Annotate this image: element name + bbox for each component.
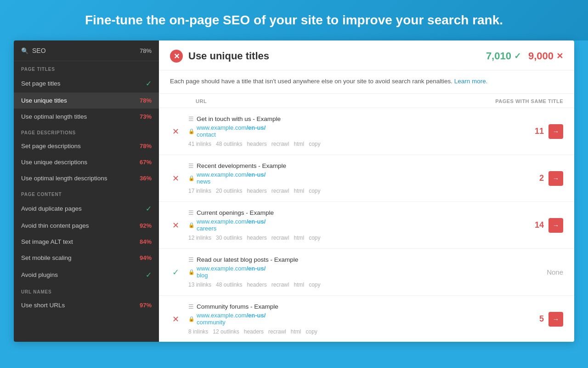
stat-err: 9,000 ✕: [528, 50, 563, 62]
row-url: 🔒 www.example.com/en-us/careers: [188, 218, 523, 232]
row-right: 5 →: [530, 312, 563, 327]
html-link[interactable]: html: [294, 282, 304, 288]
sidebar-item-use-unique-descriptions[interactable]: Use unique descriptions 67%: [14, 154, 159, 170]
row-title: ☰ Current openings - Example: [188, 209, 523, 216]
copy-link[interactable]: copy: [309, 141, 320, 147]
check-icon: ✓: [514, 51, 521, 61]
main-content: ✕ Use unique titles 7,010 ✓ 9,000 ✕ Each…: [159, 40, 574, 342]
inlinks-link[interactable]: 8 inlinks: [188, 328, 208, 335]
copy-link[interactable]: copy: [305, 328, 317, 335]
copy-link[interactable]: copy: [309, 282, 320, 288]
rule-error-icon: ✕: [170, 50, 183, 63]
row-title: ☰ Read our latest blog posts - Example: [188, 256, 539, 263]
row-title: ☰ Community forums - Example: [188, 303, 523, 310]
headers-link[interactable]: headers: [247, 282, 266, 288]
html-link[interactable]: html: [294, 188, 304, 194]
sidebar-search-percent: 78%: [140, 47, 152, 54]
outlinks-link[interactable]: 48 outlinks: [216, 141, 242, 147]
sidebar-item-use-unique-titles[interactable]: Use unique titles 78%: [14, 92, 159, 109]
row-status-icon: ✓: [170, 267, 181, 277]
row-status-icon: ✕: [170, 220, 181, 230]
recrawl-link[interactable]: recrawl: [271, 235, 289, 241]
check-icon: ✓: [146, 79, 152, 88]
headers-link[interactable]: headers: [247, 235, 266, 241]
row-status-icon: ✕: [170, 314, 181, 324]
navigate-button[interactable]: →: [548, 171, 563, 186]
row-url: 🔒 www.example.com/en-us/community: [188, 312, 523, 326]
row-status-icon: ✕: [170, 173, 181, 184]
header-title: Fine-tune the on-page SEO of your site t…: [9, 13, 579, 28]
recrawl-link[interactable]: recrawl: [271, 141, 289, 147]
outlinks-link[interactable]: 48 outlinks: [216, 282, 242, 288]
sidebar-item-avoid-duplicate-pages[interactable]: Avoid duplicate pages ✓: [14, 200, 159, 218]
sidebar-search-label: SEO: [32, 47, 46, 54]
copy-link[interactable]: copy: [309, 188, 320, 194]
sidebar-item-avoid-thin-content-pages[interactable]: Avoid thin content pages 92%: [14, 218, 159, 234]
col-url: URL: [196, 98, 207, 104]
sidebar-item-use-optimal-length-titles[interactable]: Use optimal length titles 73%: [14, 109, 159, 125]
doc-icon: ☰: [188, 162, 194, 169]
row-actions: 13 inlinks 48 outlinks headers recrawl h…: [188, 282, 539, 288]
row-right: 14 →: [530, 218, 563, 233]
table-header: URL PAGES WITH SAME TITLE: [159, 94, 574, 108]
pages-count: 14: [530, 220, 544, 230]
lock-icon: 🔒: [188, 269, 195, 275]
section-label-url-names: URL NAMES: [14, 284, 159, 297]
inlinks-link[interactable]: 17 inlinks: [188, 188, 211, 194]
sidebar-item-use-optimal-length-descriptions[interactable]: Use optimal length descriptions 36%: [14, 170, 159, 186]
sidebar-item-set-mobile-scaling[interactable]: Set mobile scaling 94%: [14, 250, 159, 266]
outlinks-link[interactable]: 20 outlinks: [216, 188, 242, 194]
inlinks-link[interactable]: 41 inlinks: [188, 141, 211, 147]
pages-count: 2: [530, 173, 544, 183]
check-icon: ✓: [146, 270, 152, 279]
sidebar-item-avoid-plugins[interactable]: Avoid plugins ✓: [14, 266, 159, 284]
doc-icon: ☰: [188, 303, 194, 310]
rule-stats: 7,010 ✓ 9,000 ✕: [486, 50, 563, 62]
html-link[interactable]: html: [294, 141, 304, 147]
section-label-page-content: PAGE CONTENT: [14, 186, 159, 200]
recrawl-link[interactable]: recrawl: [271, 282, 289, 288]
sidebar-search: 🔍 SEO 78%: [14, 40, 159, 61]
row-url: 🔒 www.example.com/en-us/blog: [188, 265, 539, 279]
stat-ok-value: 7,010: [486, 50, 511, 62]
col-pages: PAGES WITH SAME TITLE: [495, 98, 563, 104]
inlinks-link[interactable]: 13 inlinks: [188, 282, 211, 288]
x-icon: ✕: [556, 51, 563, 61]
inlinks-link[interactable]: 12 inlinks: [188, 235, 211, 241]
row-actions: 8 inlinks 12 outlinks headers recrawl ht…: [188, 328, 523, 335]
navigate-button[interactable]: →: [548, 312, 563, 327]
headers-link[interactable]: headers: [247, 188, 266, 194]
row-content: ☰ Community forums - Example 🔒 www.examp…: [188, 303, 523, 335]
row-url: 🔒 www.example.com/en-us/contact: [188, 124, 523, 138]
stat-err-value: 9,000: [528, 50, 554, 62]
header-banner: Fine-tune the on-page SEO of your site t…: [0, 0, 588, 40]
outlinks-link[interactable]: 30 outlinks: [216, 235, 242, 241]
row-actions: 17 inlinks 20 outlinks headers recrawl h…: [188, 188, 523, 194]
sidebar-item-set-page-titles[interactable]: Set page titles ✓: [14, 75, 159, 92]
sidebar-item-use-short-urls[interactable]: Use short URLs 97%: [14, 297, 159, 313]
table-row: ✕ ☰ Recent developments - Example 🔒 www.…: [159, 155, 574, 202]
html-link[interactable]: html: [294, 235, 304, 241]
headers-link[interactable]: headers: [244, 328, 264, 335]
copy-link[interactable]: copy: [309, 235, 320, 241]
lock-icon: 🔒: [188, 128, 195, 134]
table-row: ✓ ☰ Read our latest blog posts - Example…: [159, 249, 574, 296]
lock-icon: 🔒: [188, 222, 195, 228]
row-content: ☰ Recent developments - Example 🔒 www.ex…: [188, 162, 523, 194]
navigate-button[interactable]: →: [548, 218, 563, 233]
html-link[interactable]: html: [291, 328, 301, 335]
sidebar-item-set-page-descriptions[interactable]: Set page descriptions 78%: [14, 138, 159, 154]
section-label-page-descriptions: PAGE DESCRIPTIONS: [14, 125, 159, 138]
recrawl-link[interactable]: recrawl: [271, 188, 289, 194]
headers-link[interactable]: headers: [247, 141, 266, 147]
row-title: ☰ Recent developments - Example: [188, 162, 523, 169]
rule-description: Each page should have a title that isn't…: [159, 70, 574, 94]
sidebar-item-set-image-alt-text[interactable]: Set image ALT text 84%: [14, 234, 159, 250]
outlinks-link[interactable]: 12 outlinks: [213, 328, 239, 335]
row-right: 11 →: [530, 124, 563, 139]
row-content: ☰ Read our latest blog posts - Example 🔒…: [188, 256, 539, 288]
learn-more-link[interactable]: Learn more.: [454, 78, 488, 85]
navigate-button[interactable]: →: [548, 124, 563, 139]
recrawl-link[interactable]: recrawl: [268, 328, 286, 335]
row-actions: 41 inlinks 48 outlinks headers recrawl h…: [188, 141, 523, 147]
